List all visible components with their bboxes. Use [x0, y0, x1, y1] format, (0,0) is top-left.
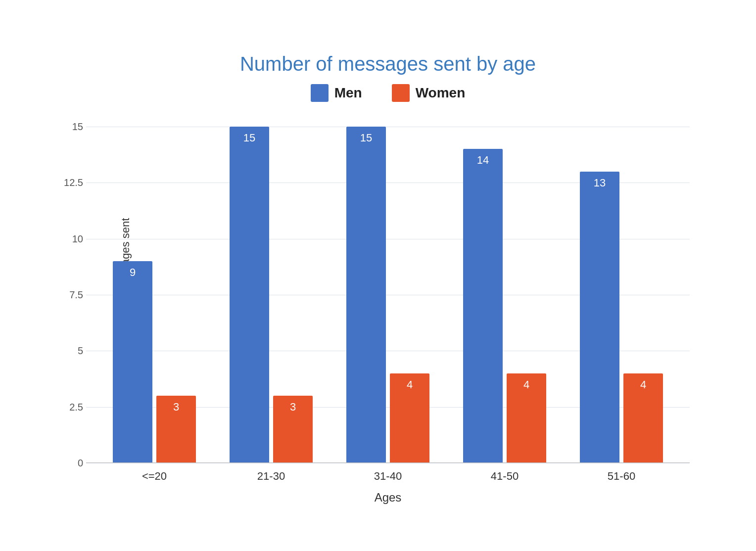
bar-women-label: 4 — [507, 378, 546, 391]
x-tick-label: <=20 — [113, 470, 196, 483]
bar-women: 4 — [507, 373, 546, 463]
bar-women: 4 — [390, 373, 429, 463]
bar-men: 15 — [230, 127, 269, 463]
bar-group: 153 — [230, 127, 313, 463]
bars-wrapper: 93153154144134 — [86, 127, 690, 463]
bar-women: 3 — [273, 396, 313, 463]
x-axis: <=2021-3031-4041-5051-60 — [86, 470, 690, 483]
x-tick-label: 41-50 — [463, 470, 546, 483]
bar-men: 15 — [346, 127, 386, 463]
y-tick-label: 5 — [61, 345, 83, 357]
bar-men-label: 9 — [113, 266, 152, 279]
y-tick-label: 7.5 — [61, 289, 83, 301]
bar-group: 134 — [580, 172, 663, 463]
legend: Men Women — [86, 84, 690, 102]
bar-women-label: 3 — [156, 401, 196, 413]
x-axis-title: Ages — [86, 491, 690, 505]
grid-line — [86, 463, 690, 463]
bar-group: 154 — [346, 127, 429, 463]
women-swatch — [392, 84, 410, 102]
bar-women-label: 3 — [273, 401, 313, 413]
y-tick-label: 10 — [61, 233, 83, 244]
bar-group: 144 — [463, 149, 546, 463]
bar-men-label: 14 — [463, 154, 503, 167]
bar-men: 14 — [463, 149, 503, 463]
x-tick-label: 31-40 — [346, 470, 429, 483]
bar-men-label: 13 — [580, 177, 619, 189]
bar-men-label: 15 — [346, 132, 386, 144]
legend-item-women: Women — [392, 84, 466, 102]
bar-women: 4 — [623, 373, 663, 463]
y-tick-label: 15 — [61, 121, 83, 133]
bar-men: 13 — [580, 172, 619, 463]
x-tick-label: 51-60 — [580, 470, 663, 483]
women-label: Women — [416, 85, 466, 101]
bar-women: 3 — [156, 396, 196, 463]
men-swatch — [311, 84, 329, 102]
chart-title: Number of messages sent by age — [86, 53, 690, 75]
legend-item-men: Men — [311, 84, 362, 102]
y-tick-label: 12.5 — [61, 177, 83, 188]
bar-men: 9 — [113, 261, 152, 463]
x-tick-label: 21-30 — [230, 470, 313, 483]
chart-container: Number of messages sent by age Men Women… — [37, 33, 719, 518]
bar-group: 93 — [113, 261, 196, 463]
bar-women-label: 4 — [623, 378, 663, 391]
bar-men-label: 15 — [230, 132, 269, 144]
baseline — [86, 462, 690, 463]
chart-area: Median # of first messages sent 1512.510… — [86, 127, 690, 463]
y-tick-label: 0 — [61, 458, 83, 469]
bar-women-label: 4 — [390, 378, 429, 391]
y-tick-label: 2.5 — [61, 401, 83, 413]
men-label: Men — [334, 85, 362, 101]
plot-area: 1512.5107.552.50 93153154144134 — [86, 127, 690, 463]
